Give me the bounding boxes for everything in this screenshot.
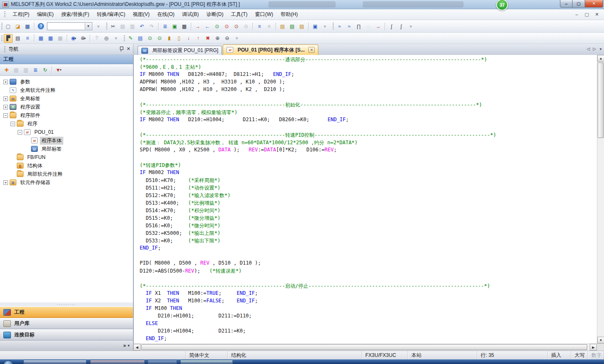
new-data-icon[interactable]: ✚ — [2, 65, 11, 74]
tree-item-程序部件[interactable]: −程序部件 — [0, 111, 133, 120]
device-comment-find-icon[interactable]: ▦ — [36, 34, 45, 43]
panel-overflow-drop-icon[interactable]: ▾ — [128, 343, 130, 348]
verify-with-plc-icon[interactable]: ⊙ — [213, 22, 221, 31]
mdi-restore-button[interactable]: ▢ — [583, 11, 591, 18]
delete-device-icon[interactable]: ✖ — [203, 34, 212, 43]
start-orb[interactable] — [3, 360, 13, 364]
pulse-monitor-icon[interactable]: ∏ — [354, 22, 363, 31]
zoom-in-icon[interactable]: ⊕ — [213, 34, 222, 43]
function-block-window-icon[interactable]: ▤ — [13, 34, 22, 43]
open-project-icon[interactable]: ◪ — [13, 22, 22, 31]
edit-mode-icon[interactable]: ▮ — [165, 34, 174, 43]
tree-item-全局标签[interactable]: +▤全局标签 — [0, 94, 133, 103]
read-from-plc-icon[interactable]: ← — [203, 22, 212, 31]
menu-item-调试[interactable]: 调试(B) — [178, 10, 203, 19]
transfer-setup-icon[interactable]: → — [374, 22, 383, 31]
note-display-icon[interactable]: ▤ — [297, 22, 306, 31]
restore-button[interactable]: ▢ — [573, 0, 585, 8]
monitor-pause-icon[interactable]: ⊙ — [242, 22, 250, 31]
toolbar-options-icon[interactable]: ▾ — [112, 34, 120, 43]
tree-expander-icon[interactable]: + — [3, 180, 8, 185]
filter-icon[interactable]: ▼▾ — [54, 65, 63, 74]
panel-button-连接目标[interactable]: 连接目标 — [0, 329, 133, 341]
toolbar-options-icon[interactable]: ▾ — [406, 22, 415, 31]
tree-expander-icon[interactable]: − — [10, 122, 15, 126]
toolbar-options-icon[interactable]: ▾ — [320, 22, 329, 31]
wave-monitor-icon[interactable]: ∫ — [387, 22, 396, 31]
device-monitor-icon[interactable]: ▣ — [170, 22, 179, 31]
scroll-right-icon[interactable]: ▶ — [590, 344, 597, 351]
tree-item-结构体[interactable]: {}结构体 — [0, 161, 133, 170]
tree-item-局部标签[interactable]: ▤局部标签 — [0, 145, 133, 153]
device-cc-link-icon[interactable]: ▦ — [56, 34, 65, 43]
sampling-trace-2-icon[interactable]: ≈ — [345, 22, 354, 31]
cut-icon[interactable]: ✂ — [109, 22, 117, 31]
tree-expander-icon[interactable]: + — [3, 105, 8, 109]
toolbar-options-icon[interactable]: ▾ — [232, 34, 241, 43]
tab-list-drop-icon[interactable]: ▼ — [599, 47, 602, 51]
paste-icon[interactable]: ▥ — [128, 22, 137, 31]
panel-overflow-chevron[interactable]: » — [123, 343, 126, 348]
taskbar-button-4[interactable] — [180, 360, 233, 364]
taskbar-button-2[interactable] — [90, 360, 145, 364]
paste-data-icon[interactable]: ▥ — [21, 65, 30, 74]
mdi-minimize-button[interactable]: – — [573, 11, 581, 18]
zoom-out-icon[interactable]: ⊖ — [223, 34, 232, 43]
panel-button-用户库[interactable]: 用户库 — [0, 318, 133, 329]
scroll-up-icon[interactable]: ▲ — [597, 55, 604, 62]
vertical-scroll-thumb[interactable] — [598, 62, 604, 138]
pin-icon[interactable] — [119, 46, 123, 52]
device-batch-monitor-icon[interactable]: ▦ — [46, 34, 55, 43]
horizontal-scroll-thumb[interactable] — [141, 344, 587, 350]
menu-item-转换/编译[interactable]: 转换/编译(C) — [93, 10, 129, 19]
menu-item-工具[interactable]: 工具(T) — [227, 10, 251, 19]
find-prev-icon[interactable]: ⊙ — [146, 34, 154, 43]
convert-icon[interactable]: ✎ — [126, 34, 135, 43]
tab-scroll-right-icon[interactable]: ▷ — [593, 47, 596, 51]
menu-item-窗口[interactable]: 窗口(W) — [251, 10, 277, 19]
vertical-scrollbar[interactable]: ▲ ▼ — [597, 55, 604, 343]
intelligent-module-icon[interactable]: ▩ — [180, 22, 189, 31]
scroll-down-icon[interactable]: ▼ — [597, 337, 604, 343]
write-to-plc-icon[interactable]: → — [193, 22, 202, 31]
device-display-off-icon[interactable]: ≡ — [265, 22, 273, 31]
tab-close-icon[interactable]: ✕ — [308, 47, 315, 53]
tree-item-POU_01[interactable]: −stPOU_01 — [0, 128, 133, 136]
monitor-start-icon[interactable]: ⊙ — [222, 22, 231, 31]
tree-item-FB/FUN[interactable]: FB/FUN — [0, 153, 133, 161]
refresh-view-icon[interactable]: ↻ — [41, 65, 49, 74]
tree-item-程序[interactable]: −程序 — [0, 120, 133, 128]
statement-display-icon[interactable]: ▤ — [288, 22, 297, 31]
menu-item-诊断[interactable]: 诊断(D) — [203, 10, 227, 19]
window-selector-combo[interactable] — [47, 22, 92, 30]
data-sort-icon[interactable]: ≣ — [31, 65, 40, 74]
device-comment-icon[interactable]: ≣ — [161, 22, 169, 31]
tab-scroll-left-icon[interactable]: ◁ — [587, 47, 590, 51]
scroll-left-icon[interactable]: ◀ — [133, 344, 141, 351]
redo-icon[interactable]: ↷ — [147, 22, 156, 31]
copy-icon[interactable]: ▤ — [118, 22, 127, 31]
help-icon[interactable]: ? — [36, 22, 45, 31]
device-display-icon[interactable]: ≡ — [255, 22, 264, 31]
device-display-mode-icon[interactable]: ◉▾ — [69, 34, 78, 43]
wave-monitor-2-icon[interactable]: ∫ — [397, 22, 406, 31]
tree-expander-icon[interactable]: − — [18, 130, 22, 135]
insert-row-icon[interactable]: ↓ — [184, 34, 193, 43]
tree-expander-icon[interactable]: + — [3, 96, 8, 101]
device-search-icon[interactable]: ⊕▾ — [79, 34, 88, 43]
copy-data-icon[interactable]: ▤ — [12, 65, 21, 74]
tree-item-程序设置[interactable]: +⚙程序设置 — [0, 103, 133, 111]
undo-icon[interactable]: ↶ — [138, 22, 146, 31]
output-window-icon[interactable]: ≡ — [23, 34, 32, 43]
context-help-icon[interactable]: ? — [92, 34, 101, 43]
tree-item-全局软元件注释[interactable]: ✎全局软元件注释 — [0, 86, 133, 94]
find-binoculars-icon[interactable]: ◎ — [102, 34, 111, 43]
toolbar-options-icon[interactable]: ▾ — [94, 22, 103, 31]
delete-row-icon[interactable]: ↑ — [194, 34, 203, 43]
tree-expander-icon[interactable]: + — [3, 80, 8, 84]
st-code-editor[interactable]: (*--------------------------------------… — [134, 55, 597, 343]
il-display-icon[interactable]: ▯ — [174, 34, 183, 43]
document-tab-inactive[interactable]: ▤局部标签设置 POU_01 [PRG] — [138, 46, 222, 55]
nav-window-toggle-icon[interactable]: ▛ — [4, 34, 13, 43]
comment-display-icon[interactable]: ▤ — [278, 22, 287, 31]
